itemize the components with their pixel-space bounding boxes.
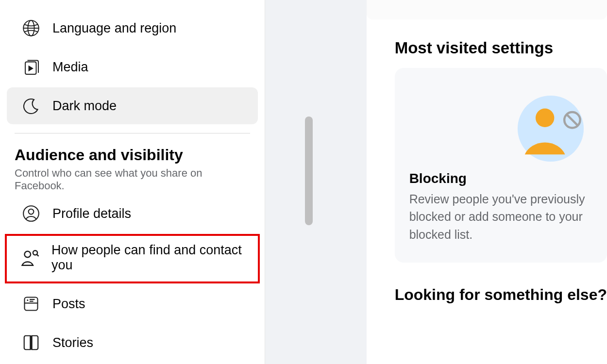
section-subtitle: Control who can see what you share on Fa… bbox=[15, 167, 250, 192]
svg-point-20 bbox=[536, 109, 554, 127]
globe-icon bbox=[20, 17, 42, 39]
sidebar-item-label: Posts bbox=[52, 297, 85, 312]
sidebar-item-label: Media bbox=[52, 60, 88, 75]
card-title: Blocking bbox=[409, 171, 588, 186]
moon-icon bbox=[20, 95, 42, 116]
card-desc-line: blocked list. bbox=[409, 226, 588, 243]
sidebar-item-media[interactable]: Media bbox=[7, 49, 258, 85]
sidebar-item-dark-mode[interactable]: Dark mode bbox=[7, 87, 258, 124]
sidebar-item-label: Dark mode bbox=[52, 99, 117, 114]
media-icon bbox=[20, 56, 42, 78]
profile-icon bbox=[20, 203, 42, 224]
settings-sidebar: Language and region Media bbox=[0, 0, 265, 364]
card-desc-line: Review people you've previously bbox=[409, 190, 588, 208]
sidebar-item-posts[interactable]: Posts bbox=[7, 285, 258, 322]
blocking-card[interactable]: Blocking Review people you've previously… bbox=[395, 68, 607, 263]
sidebar-item-find-contact[interactable]: How people can find and contact you bbox=[5, 234, 260, 283]
find-person-icon bbox=[19, 247, 41, 268]
sidebar-item-stories[interactable]: Stories bbox=[7, 324, 258, 361]
sidebar-item-label: Language and region bbox=[52, 21, 176, 36]
section-title: Audience and visibility bbox=[15, 146, 250, 164]
sidebar-item-label: How people can find and contact you bbox=[51, 243, 248, 273]
previous-card-edge bbox=[367, 0, 607, 19]
sidebar-item-profile-details[interactable]: Profile details bbox=[7, 195, 258, 232]
posts-icon bbox=[20, 293, 42, 314]
section-divider bbox=[15, 133, 250, 133]
svg-line-9 bbox=[37, 254, 39, 256]
sidebar-item-language[interactable]: Language and region bbox=[7, 10, 258, 47]
sidebar-item-label: Profile details bbox=[52, 206, 131, 221]
looking-for-heading: Looking for something else? bbox=[395, 286, 607, 304]
blocking-icon bbox=[409, 93, 588, 164]
section-header-audience: Audience and visibility Control who can … bbox=[0, 137, 265, 195]
sidebar-item-label: Stories bbox=[52, 335, 93, 350]
sidebar-scrollbar-thumb[interactable] bbox=[305, 116, 313, 225]
svg-point-8 bbox=[33, 250, 37, 255]
svg-point-6 bbox=[29, 209, 34, 215]
svg-point-12 bbox=[27, 299, 28, 301]
svg-point-7 bbox=[24, 251, 31, 258]
most-visited-heading: Most visited settings bbox=[395, 39, 607, 57]
book-icon bbox=[20, 332, 42, 353]
card-desc-line: blocked or add someone to your bbox=[409, 208, 588, 225]
svg-marker-4 bbox=[29, 66, 33, 71]
content-gutter bbox=[265, 0, 366, 364]
right-panel: Most visited settings Blocking Review pe… bbox=[367, 0, 607, 364]
